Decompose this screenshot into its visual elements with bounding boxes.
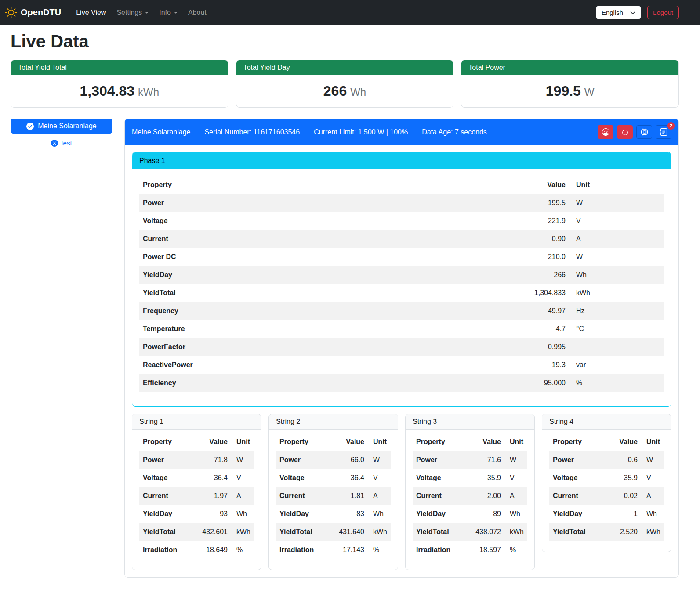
page-container: Live Data Total Yield Total 1,304.83kWh … (0, 32, 700, 588)
column-header-property: Property (413, 433, 464, 451)
table-row: Power 199.5 W (139, 194, 664, 212)
table-row: Voltage 35.9 V (413, 469, 527, 487)
caret-down-icon (145, 12, 149, 14)
value-cell: 71.6 (464, 451, 504, 469)
property-cell: YieldDay (276, 505, 327, 523)
table-row: Power 0.6 W (549, 451, 664, 469)
cpu-icon (641, 128, 648, 136)
unit-cell: kWh (569, 284, 664, 302)
property-cell: Efficiency (139, 374, 396, 392)
property-cell: YieldTotal (549, 523, 606, 541)
nav-about[interactable]: About (183, 5, 212, 20)
value-cell: 89 (464, 505, 504, 523)
total-yield-day-card: Total Yield Day 266Wh (236, 60, 454, 108)
string-1-card: String 1 Property Value Unit (132, 414, 261, 570)
event-log-button[interactable]: 2 (656, 125, 671, 139)
property-cell: Current (139, 487, 191, 505)
unit-cell: var (569, 356, 664, 374)
unit-cell: V (368, 469, 391, 487)
string-3-card: String 3 Property Value Unit (405, 414, 535, 570)
value-cell: 0.995 (396, 338, 569, 356)
column-header-value: Value (191, 433, 231, 451)
sidebar-item-test[interactable]: test (51, 139, 72, 147)
property-cell: Power (276, 451, 327, 469)
property-cell: Power DC (139, 248, 396, 266)
limit-settings-button[interactable] (598, 125, 613, 139)
nav-settings[interactable]: Settings (111, 5, 154, 20)
column-header-value: Value (327, 433, 368, 451)
value-cell: 0.90 (396, 230, 569, 248)
unit-cell: % (569, 374, 664, 392)
unit-cell: Wh (641, 505, 664, 523)
sun-icon (5, 7, 17, 18)
table-header-row: Property Value Unit (549, 433, 664, 451)
column-header-unit: Unit (504, 433, 527, 451)
nav-info[interactable]: Info (154, 5, 183, 20)
column-header-value: Value (606, 433, 641, 451)
unit-cell: A (368, 487, 391, 505)
power-settings-button[interactable] (617, 125, 633, 139)
unit-cell: % (504, 541, 527, 559)
value-cell: 431.640 (327, 523, 368, 541)
property-cell: PowerFactor (139, 338, 396, 356)
summary-cards: Total Yield Total 1,304.83kWh Total Yiel… (11, 60, 679, 108)
nav-items: Live View Settings Info About (71, 5, 596, 20)
table-row: Irradiation 18.649 % (139, 541, 254, 559)
logout-button[interactable]: Logout (647, 6, 679, 19)
top-navbar: OpenDTU Live View Settings Info About En… (0, 0, 700, 25)
column-header-unit: Unit (231, 433, 254, 451)
value-cell: 210.0 (396, 248, 569, 266)
column-header-unit: Unit (368, 433, 391, 451)
value-cell: 18.649 (191, 541, 231, 559)
table-row: Power 71.8 W (139, 451, 254, 469)
property-cell: YieldTotal (139, 284, 396, 302)
caret-down-icon (174, 12, 178, 14)
string-2-table: Property Value Unit Power (276, 433, 391, 559)
language-select[interactable]: English (596, 6, 641, 19)
value-cell: 2.520 (606, 523, 641, 541)
unit-cell: Wh (231, 505, 254, 523)
unit-cell: W (368, 451, 391, 469)
table-row: Frequency 49.97 Hz (139, 302, 664, 320)
value-cell: 1.97 (191, 487, 231, 505)
value-cell: 1,304.833 (396, 284, 569, 302)
device-info-button[interactable] (636, 125, 652, 139)
table-row: YieldDay 93 Wh (139, 505, 254, 523)
value-cell: 95.000 (396, 374, 569, 392)
chevron-down-icon (630, 10, 635, 15)
value-cell: 0.02 (606, 487, 641, 505)
unit-cell: A (504, 487, 527, 505)
column-header-value: Value (396, 176, 569, 194)
property-cell: Voltage (413, 469, 464, 487)
value-cell: 36.4 (191, 469, 231, 487)
nav-settings-label: Settings (116, 9, 142, 17)
inverter-panel-body: Phase 1 Property Value Unit (125, 145, 678, 577)
brand[interactable]: OpenDTU (5, 7, 61, 18)
card-title: Total Power (461, 60, 678, 75)
unit-cell: A (569, 230, 664, 248)
value-cell: 71.8 (191, 451, 231, 469)
unit-cell: Wh (504, 505, 527, 523)
property-cell: Irradiation (413, 541, 464, 559)
card-value: 199.5 (546, 83, 581, 99)
nav-live-view[interactable]: Live View (71, 5, 111, 20)
column-header-unit: Unit (569, 176, 664, 194)
nav-info-label: Info (159, 9, 171, 17)
string-1-table: Property Value Unit Power (139, 433, 254, 559)
total-yield-total-card: Total Yield Total 1,304.83kWh (11, 60, 228, 108)
inverter-panel-header: Meine Solaranlage Serial Number: 1161716… (125, 119, 678, 145)
sidebar-item-meine-solaranlage[interactable]: Meine Solaranlage (11, 119, 112, 134)
table-row: YieldDay 83 Wh (276, 505, 391, 523)
table-header-row: Property Value Unit (139, 433, 254, 451)
column-header-property: Property (139, 433, 191, 451)
gauge-icon (602, 128, 609, 136)
card-title: Total Yield Total (11, 60, 228, 75)
unit-cell: V (504, 469, 527, 487)
value-cell: 35.9 (464, 469, 504, 487)
table-row: Voltage 36.4 V (139, 469, 254, 487)
table-row: Irradiation 18.597 % (413, 541, 527, 559)
value-cell: 1 (606, 505, 641, 523)
inverter-limit: Current Limit: 1,500 W | 100% (314, 128, 408, 136)
check-circle-icon (26, 123, 34, 130)
string-card-title: String 2 (269, 414, 398, 430)
